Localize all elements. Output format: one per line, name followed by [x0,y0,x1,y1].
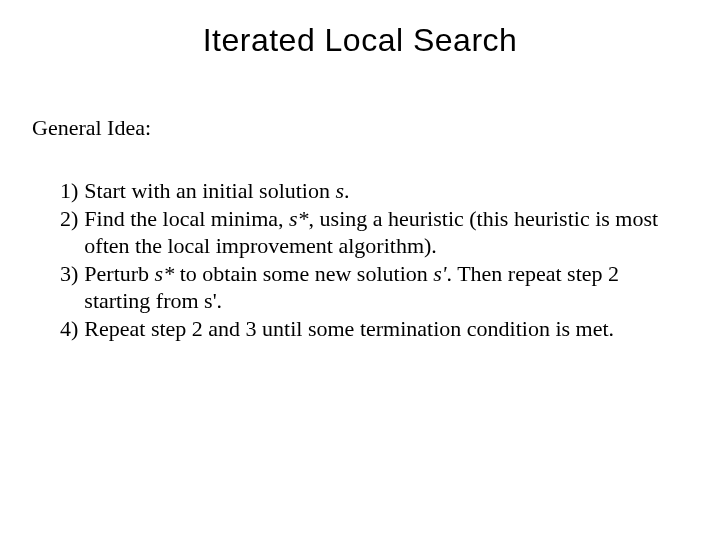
section-heading: General Idea: [32,115,720,141]
text-pre: Find the local minima, [84,206,289,231]
step-text: Repeat step 2 and 3 until some terminati… [84,315,672,343]
variable: s* [155,261,175,286]
text-pre: Perturb [84,261,154,286]
text-mid: to obtain some new solution [174,261,433,286]
step-number: 2) [60,205,84,260]
step-text: Find the local minima, s*, using a heuri… [84,205,672,260]
text-pre: Repeat step 2 and 3 until some terminati… [84,316,614,341]
step-number: 3) [60,260,84,315]
text-post: . [344,178,350,203]
step-item: 2) Find the local minima, s*, using a he… [60,205,672,260]
variable: s [335,178,344,203]
variable: s' [433,261,446,286]
step-text: Start with an initial solution s. [84,177,672,205]
steps-list: 1) Start with an initial solution s. 2) … [60,177,672,342]
text-pre: Start with an initial solution [84,178,335,203]
step-item: 3) Perturb s* to obtain some new solutio… [60,260,672,315]
step-item: 4) Repeat step 2 and 3 until some termin… [60,315,672,343]
step-number: 4) [60,315,84,343]
step-text: Perturb s* to obtain some new solution s… [84,260,672,315]
slide-title: Iterated Local Search [0,0,720,67]
step-item: 1) Start with an initial solution s. [60,177,672,205]
variable: s* [289,206,309,231]
step-number: 1) [60,177,84,205]
